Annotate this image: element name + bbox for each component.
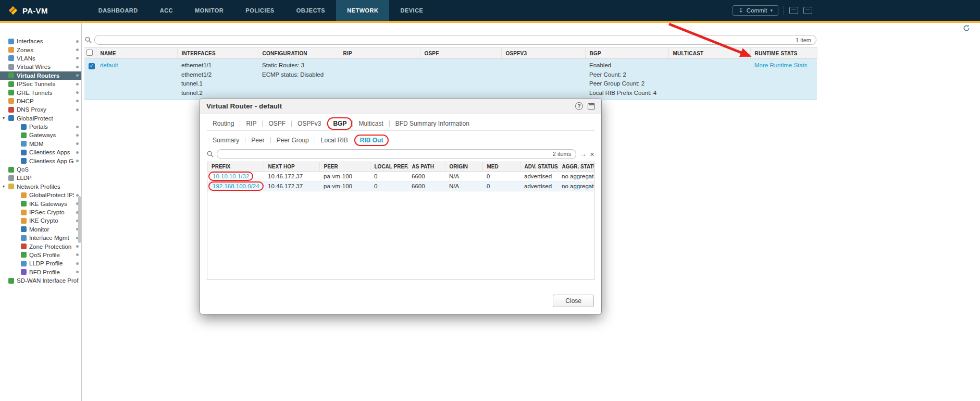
dialog-subtab-peer[interactable]: Peer: [245, 135, 270, 146]
more-runtime-stats-link[interactable]: More Runtime Stats: [754, 62, 808, 68]
bgp-status-line: Peer Group Count: 2: [589, 79, 664, 89]
dialog-search-input[interactable]: [217, 150, 576, 159]
column-header-runtime-stats[interactable]: RUNTIME STATS: [750, 48, 817, 59]
column-header-ospfv3[interactable]: OSPFV3: [501, 48, 585, 59]
dialog-tab-bfd-summary-information[interactable]: BFD Summary Information: [390, 117, 475, 130]
collapse-caret-icon[interactable]: ▾: [3, 185, 8, 189]
dialog-tab-ospf[interactable]: OSPF: [263, 117, 291, 130]
nav-tab-acc[interactable]: ACC: [149, 0, 184, 21]
dialog-subtab-peer-group[interactable]: Peer Group: [271, 135, 315, 146]
column-header-multicast[interactable]: MULTICAST: [668, 48, 750, 59]
column-header-next-hop[interactable]: NEXT HOP: [264, 162, 319, 172]
nav-tab-network[interactable]: NETWORK: [336, 0, 389, 21]
vr-name-link[interactable]: default: [100, 62, 118, 68]
column-header-as-path[interactable]: AS PATH: [407, 162, 445, 172]
sidebar-item-gre-tunnels[interactable]: GRE Tunnels: [0, 88, 81, 96]
sidebar-item-ike-gateways[interactable]: IKE Gateways: [0, 199, 81, 208]
sidebar-item-bfd-profile[interactable]: BFD Profile: [0, 268, 81, 276]
dialog-subtab-rib-out[interactable]: RIB Out: [354, 135, 389, 146]
row-checkbox[interactable]: ✓: [89, 63, 95, 69]
sidebar-item-zone-protection[interactable]: Zone Protection: [0, 242, 81, 250]
sidebar-item-dhcp[interactable]: DHCP: [0, 97, 81, 105]
status-dot: [76, 262, 79, 265]
column-header-adv-status[interactable]: ADV. STATUS: [520, 162, 557, 172]
column-header-interfaces[interactable]: INTERFACES: [177, 48, 258, 59]
column-header-configuration[interactable]: CONFIGURATION: [258, 48, 339, 59]
column-header-bgp[interactable]: BGP: [585, 48, 668, 59]
sidebar-item-interfaces[interactable]: Interfaces: [0, 37, 81, 45]
prefix-link[interactable]: 10.10.10.1/32: [208, 172, 253, 181]
sidebar-item-mdm[interactable]: MDM: [0, 140, 81, 148]
column-header-aggr-status[interactable]: AGGR. STATUS: [557, 162, 594, 172]
column-header-prefix[interactable]: PREFIX: [207, 162, 264, 172]
dialog-tab-ospfv3[interactable]: OSPFv3: [292, 117, 327, 130]
column-header-rip[interactable]: RIP: [339, 48, 420, 59]
sidebar-item-lldp-profile[interactable]: LLDP Profile: [0, 259, 81, 268]
dialog-title: Virtual Router - default: [206, 102, 282, 110]
select-all-checkbox[interactable]: [86, 50, 93, 56]
sidebar-item-lldp[interactable]: LLDP: [0, 174, 81, 182]
popout-icon[interactable]: [588, 103, 595, 110]
sidebar-item-dns-proxy[interactable]: DNS Proxy: [0, 105, 81, 114]
column-header-peer[interactable]: PEER: [319, 162, 370, 172]
nav-tab-dashboard[interactable]: DASHBOARD: [88, 0, 149, 21]
collapse-caret-icon[interactable]: ▾: [3, 116, 8, 120]
window-icon[interactable]: [803, 7, 812, 14]
sdwan-interface-profile-icon: [8, 278, 14, 284]
sidebar-item-globalprotect[interactable]: ▾GlobalProtect: [0, 114, 81, 123]
sidebar-item-monitor[interactable]: Monitor: [0, 225, 81, 234]
sidebar-item-clientless-app-groups[interactable]: Clientless App Groups: [0, 156, 81, 165]
nav-tab-monitor[interactable]: MONITOR: [184, 0, 234, 21]
sidebar-item-label: GlobalProtect: [17, 115, 79, 121]
dialog-subtab-local-rib[interactable]: Local RIB: [315, 135, 354, 146]
tasks-icon[interactable]: [789, 7, 798, 14]
column-header-origin[interactable]: ORIGIN: [445, 162, 482, 172]
virtual-wires-icon: [8, 64, 14, 70]
dialog-tab-multicast[interactable]: Multicast: [353, 117, 389, 130]
column-header-ospf[interactable]: OSPF: [420, 48, 501, 59]
prefix-link[interactable]: 192.168.100.0/24: [208, 181, 264, 191]
sidebar-item-ipsec-tunnels[interactable]: IPSec Tunnels: [0, 80, 81, 88]
accent-bar: [0, 21, 980, 23]
pa-logo-icon: [7, 5, 19, 16]
sidebar-item-qos[interactable]: QoS: [0, 165, 81, 174]
help-icon[interactable]: ?: [575, 102, 583, 110]
sidebar-item-qos-profile[interactable]: QoS Profile: [0, 251, 81, 259]
sidebar-item-globalprotect-ipsec-crypto[interactable]: GlobalProtect IPSec Crypto: [0, 191, 81, 199]
nav-tab-objects[interactable]: OBJECTS: [286, 0, 336, 21]
nav-tab-policies[interactable]: POLICIES: [234, 0, 285, 21]
sidebar-item-portals[interactable]: Portals: [0, 123, 81, 131]
sidebar-item-gateways[interactable]: Gateways: [0, 131, 81, 139]
dialog-tab-routing[interactable]: Routing: [207, 117, 240, 130]
commit-button[interactable]: ↧ Commit ▾: [733, 5, 778, 16]
sidebar-item-ike-crypto[interactable]: IKE Crypto: [0, 216, 81, 225]
dialog-tab-bgp[interactable]: BGP: [327, 117, 352, 130]
clear-filter-icon[interactable]: ×: [590, 150, 594, 158]
close-button[interactable]: Close: [553, 295, 594, 307]
refresh-icon[interactable]: [963, 25, 970, 33]
apply-filter-icon[interactable]: →: [579, 150, 587, 157]
table-row[interactable]: 192.168.100.0/2410.46.172.37pa-vm-100066…: [207, 181, 594, 191]
column-header-local-pref[interactable]: LOCAL PREF.: [370, 162, 407, 172]
search-input[interactable]: [95, 35, 816, 44]
nav-tab-device[interactable]: DEVICE: [389, 0, 434, 21]
column-header-med[interactable]: MED: [482, 162, 520, 172]
sidebar-item-zones[interactable]: Zones: [0, 45, 81, 54]
sidebar-item-clientless-apps[interactable]: Clientless Apps: [0, 148, 81, 156]
status-dot: [76, 57, 79, 59]
sidebar-item-sd-wan-interface-profile[interactable]: SD-WAN Interface Profile: [0, 276, 81, 285]
sidebar-scrollbar[interactable]: [78, 196, 81, 243]
sidebar-item-virtual-routers[interactable]: Virtual Routers: [0, 71, 81, 80]
column-header-name[interactable]: NAME: [96, 48, 177, 59]
dialog-subtab-summary[interactable]: Summary: [207, 135, 245, 146]
ospfv3-cell: [501, 59, 585, 100]
table-row[interactable]: 10.10.10.1/3210.46.172.37pa-vm-10006600N…: [207, 172, 594, 181]
dialog-tab-rip[interactable]: RIP: [240, 117, 262, 130]
sidebar-item-network-profiles[interactable]: ▾Network Profiles: [0, 183, 81, 191]
sidebar-item-vlans[interactable]: VLANs: [0, 54, 81, 63]
sidebar-item-interface-mgmt[interactable]: Interface Mgmt: [0, 234, 81, 242]
sidebar-item-ipsec-crypto[interactable]: IPSec Crypto: [0, 208, 81, 216]
ospf-cell: [420, 59, 501, 100]
sidebar-item-virtual-wires[interactable]: Virtual Wires: [0, 63, 81, 71]
table-row-default[interactable]: ✓ default ethernet1/1ethernet1/2tunnel.1…: [84, 59, 817, 100]
